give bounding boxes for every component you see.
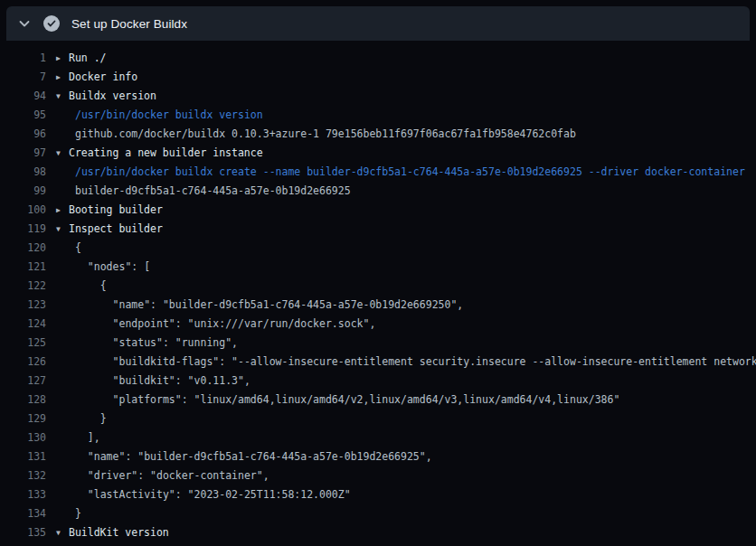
log-group-row[interactable]: 1▶Run ./ bbox=[0, 49, 756, 68]
log-row: 120{ bbox=[0, 239, 756, 258]
log-row: 123 "name": "builder-d9cfb5a1-c764-445a-… bbox=[0, 296, 756, 315]
line-number[interactable]: 99 bbox=[0, 182, 46, 201]
line-content: } bbox=[75, 504, 81, 523]
line-content: builder-d9cfb5a1-c764-445a-a57e-0b19d2e6… bbox=[75, 182, 351, 201]
line-content: github.com/docker/buildx 0.10.3+azure-1 … bbox=[75, 125, 576, 144]
group-title[interactable]: ▶Booting builder bbox=[56, 201, 163, 220]
actions-log-viewer: Set up Docker Buildx 1▶Run ./7▶Docker in… bbox=[0, 0, 756, 546]
line-number[interactable]: 121 bbox=[0, 258, 46, 277]
log-row: 126 "buildkitd-flags": "--allow-insecure… bbox=[0, 353, 756, 372]
line-number[interactable]: 124 bbox=[0, 315, 46, 334]
group-title[interactable]: ▼Buildx version bbox=[56, 87, 156, 106]
line-number[interactable]: 131 bbox=[0, 447, 46, 466]
log-group-row[interactable]: 119▼Inspect builder bbox=[0, 220, 756, 239]
log-row: 127 "buildkit": "v0.11.3", bbox=[0, 372, 756, 391]
triangle-right-icon[interactable]: ▶ bbox=[56, 201, 69, 220]
triangle-down-icon[interactable]: ▼ bbox=[56, 523, 69, 542]
line-number[interactable]: 1 bbox=[0, 49, 46, 68]
line-content: "buildkitd-flags": "--allow-insecure-ent… bbox=[75, 353, 756, 372]
line-content: "status": "running", bbox=[75, 334, 238, 353]
group-title[interactable]: ▼BuildKit version bbox=[56, 523, 169, 542]
step-header[interactable]: Set up Docker Buildx bbox=[6, 6, 750, 41]
line-content: /usr/bin/docker buildx version bbox=[75, 106, 263, 125]
triangle-right-icon[interactable]: ▶ bbox=[56, 49, 69, 68]
line-content: "driver": "docker-container", bbox=[75, 466, 269, 485]
log-row: 128 "platforms": "linux/amd64,linux/amd6… bbox=[0, 391, 756, 410]
step-success-check-icon bbox=[43, 15, 60, 32]
line-number[interactable]: 122 bbox=[0, 277, 46, 296]
line-number[interactable]: 136 bbox=[0, 542, 46, 546]
line-number[interactable]: 96 bbox=[0, 125, 46, 144]
line-number[interactable]: 135 bbox=[0, 523, 46, 542]
line-number[interactable]: 127 bbox=[0, 372, 46, 391]
log-row: 131 "name": "builder-d9cfb5a1-c764-445a-… bbox=[0, 447, 756, 466]
line-number[interactable]: 120 bbox=[0, 239, 46, 258]
triangle-down-icon[interactable]: ▼ bbox=[56, 144, 69, 163]
line-number[interactable]: 133 bbox=[0, 485, 46, 504]
log-row: 122 { bbox=[0, 277, 756, 296]
line-content: "endpoint": "unix:///var/run/docker.sock… bbox=[75, 315, 375, 334]
log-row: 132 "driver": "docker-container", bbox=[0, 466, 756, 485]
line-number[interactable]: 98 bbox=[0, 163, 46, 182]
log-row: 96github.com/docker/buildx 0.10.3+azure-… bbox=[0, 125, 756, 144]
log-row: 95/usr/bin/docker buildx version bbox=[0, 106, 756, 125]
line-number[interactable]: 134 bbox=[0, 504, 46, 523]
line-content: builder-d9cfb5a1-c764-445a-a57e-0b19d2e6… bbox=[75, 542, 413, 546]
line-content: { bbox=[75, 239, 81, 258]
triangle-right-icon[interactable]: ▶ bbox=[56, 68, 69, 87]
log-group-row[interactable]: 100▶Booting builder bbox=[0, 201, 756, 220]
line-number[interactable]: 97 bbox=[0, 144, 46, 163]
log-lines: 1▶Run ./7▶Docker info94▼Buildx version95… bbox=[0, 41, 756, 546]
log-row: 133 "lastActivity": "2023-02-25T11:58:12… bbox=[0, 485, 756, 504]
log-row: 124 "endpoint": "unix:///var/run/docker.… bbox=[0, 315, 756, 334]
triangle-down-icon[interactable]: ▼ bbox=[56, 87, 69, 106]
line-number[interactable]: 125 bbox=[0, 334, 46, 353]
line-content: "buildkit": "v0.11.3", bbox=[75, 372, 250, 391]
log-group-row[interactable]: 97▼Creating a new builder instance bbox=[0, 144, 756, 163]
line-number[interactable]: 119 bbox=[0, 220, 46, 239]
log-row: 125 "status": "running", bbox=[0, 334, 756, 353]
line-content: "name": "builder-d9cfb5a1-c764-445a-a57e… bbox=[75, 296, 463, 315]
line-number[interactable]: 128 bbox=[0, 391, 46, 410]
line-content: /usr/bin/docker buildx create --name bui… bbox=[75, 163, 745, 182]
chevron-down-icon[interactable] bbox=[17, 16, 32, 31]
log-row: 136builder-d9cfb5a1-c764-445a-a57e-0b19d… bbox=[0, 542, 756, 546]
line-number[interactable]: 95 bbox=[0, 106, 46, 125]
log-row: 129 } bbox=[0, 410, 756, 428]
log-row: 121 "nodes": [ bbox=[0, 258, 756, 277]
log-group-row[interactable]: 94▼Buildx version bbox=[0, 87, 756, 106]
log-row: 99builder-d9cfb5a1-c764-445a-a57e-0b19d2… bbox=[0, 182, 756, 201]
line-content: "lastActivity": "2023-02-25T11:58:12.000… bbox=[75, 485, 351, 504]
group-title[interactable]: ▼Inspect builder bbox=[56, 220, 163, 239]
line-content: } bbox=[75, 410, 107, 428]
line-number[interactable]: 123 bbox=[0, 296, 46, 315]
line-content: { bbox=[75, 277, 107, 296]
line-number[interactable]: 94 bbox=[0, 87, 46, 106]
line-number[interactable]: 126 bbox=[0, 353, 46, 372]
line-content: "name": "builder-d9cfb5a1-c764-445a-a57e… bbox=[75, 447, 432, 466]
line-content: "platforms": "linux/amd64,linux/amd64/v2… bbox=[75, 391, 619, 410]
line-number[interactable]: 100 bbox=[0, 201, 46, 220]
line-content: "nodes": [ bbox=[75, 258, 150, 277]
log-group-row[interactable]: 135▼BuildKit version bbox=[0, 523, 756, 542]
line-number[interactable]: 130 bbox=[0, 428, 46, 447]
step-title: Set up Docker Buildx bbox=[71, 17, 187, 31]
line-number[interactable]: 7 bbox=[0, 68, 46, 87]
line-content: ], bbox=[75, 428, 100, 447]
group-title[interactable]: ▶Docker info bbox=[56, 68, 137, 87]
line-number[interactable]: 129 bbox=[0, 410, 46, 428]
log-row: 130 ], bbox=[0, 428, 756, 447]
group-title[interactable]: ▶Run ./ bbox=[56, 49, 107, 68]
log-row: 98/usr/bin/docker buildx create --name b… bbox=[0, 163, 756, 182]
group-title[interactable]: ▼Creating a new builder instance bbox=[56, 144, 263, 163]
log-row: 134} bbox=[0, 504, 756, 523]
triangle-down-icon[interactable]: ▼ bbox=[56, 220, 69, 239]
line-number[interactable]: 132 bbox=[0, 466, 46, 485]
log-group-row[interactable]: 7▶Docker info bbox=[0, 68, 756, 87]
